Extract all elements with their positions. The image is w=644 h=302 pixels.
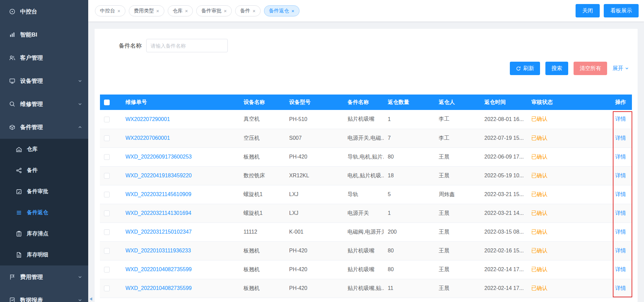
sidebar-item-console[interactable]: 中控台 [0, 0, 88, 23]
nav-label: 客户管理 [20, 54, 43, 62]
refresh-icon [516, 66, 521, 71]
scroll-left-arrow-icon[interactable] [90, 297, 92, 301]
row-checkbox[interactable] [104, 229, 110, 235]
sidebar-item-stock-detail[interactable]: 库存明细 [0, 244, 88, 265]
tab-close-icon[interactable]: × [117, 8, 120, 13]
order-number-link[interactable]: WXD_20220104082735599 [125, 266, 192, 272]
topbar-actions: 关闭 看板展示 [576, 4, 639, 17]
return-time-cell: 2022-05-19 10... [480, 166, 527, 185]
clear-all-button[interactable]: 清空所有 [574, 62, 607, 75]
sidebar-item-expenses[interactable]: 费用管理 [0, 265, 88, 289]
tab-chip[interactable]: 中控台 × [95, 5, 125, 16]
return-person-cell: 王晨 [435, 147, 480, 166]
tab-chip[interactable]: 仓库 × [168, 5, 193, 16]
expand-toggle[interactable]: 展开 [612, 65, 629, 72]
part-name-cell: 贴片机吸嘴 [343, 260, 384, 279]
order-number-link[interactable]: WXD_20220321141301694 [125, 210, 191, 216]
return-qty-cell: 18 [384, 166, 435, 185]
order-number-link[interactable]: WXD_20220321145610909 [125, 191, 191, 197]
sidebar-item-repairs[interactable]: 维修管理 [0, 93, 88, 116]
return-person-cell: 李工 [435, 110, 480, 129]
detail-link[interactable]: 详情 [615, 116, 626, 122]
tab-close-icon[interactable]: × [185, 8, 188, 13]
part-name-input[interactable] [146, 39, 228, 52]
select-all-checkbox[interactable] [104, 100, 110, 105]
order-number-link[interactable]: WXD_20220103111936233 [125, 248, 191, 253]
sidebar-item-bi[interactable]: 智能BI [0, 23, 88, 46]
sidebar-item-parts-return[interactable]: 备件返仓 [0, 202, 88, 223]
sidebar-item-stock-count[interactable]: 库存清点 [0, 223, 88, 244]
main-area: 中控台 × 费用类型 × 仓库 × 备件审批 × 备件 × 备件返仓 × 关闭 … [88, 0, 644, 302]
nav-label: 设备管理 [20, 77, 43, 85]
row-checkbox[interactable] [104, 173, 110, 179]
row-checkbox[interactable] [104, 267, 110, 273]
box-icon [9, 124, 15, 131]
detail-link[interactable]: 详情 [615, 154, 626, 160]
sidebar-item-spares[interactable]: 备件管理 [0, 116, 88, 139]
board-display-button[interactable]: 看板展示 [604, 4, 639, 17]
order-number-link[interactable]: WXD_20220419183459220 [125, 173, 192, 178]
detail-link[interactable]: 详情 [615, 210, 626, 216]
search-button[interactable]: 搜索 [545, 62, 568, 75]
return-qty-cell: 7 [384, 129, 435, 147]
detail-link[interactable]: 详情 [615, 229, 626, 235]
tab-chip[interactable]: 备件 × [235, 5, 261, 16]
table-row: WXD_20220104082735599 板翘机 PH-420 贴片机吸嘴 8… [100, 260, 632, 279]
tab-chip[interactable]: 备件审批 × [196, 5, 232, 16]
sidebar-item-parts[interactable]: 备件 [0, 160, 88, 181]
chevron-down-icon [78, 102, 82, 106]
sidebar-item-customers[interactable]: 客户管理 [0, 46, 88, 69]
tab-close-icon[interactable]: × [253, 8, 256, 13]
row-checkbox[interactable] [104, 192, 110, 197]
column-header: 维修单号 [121, 95, 239, 110]
sidebar-item-devices[interactable]: 设备管理 [0, 69, 88, 93]
device-name-cell: 板翘机 [239, 260, 285, 279]
topbar: 中控台 × 费用类型 × 仓库 × 备件审批 × 备件 × 备件返仓 × 关闭 … [88, 0, 644, 21]
row-checkbox[interactable] [104, 248, 110, 254]
sidebar-item-warehouse[interactable]: 仓库 [0, 139, 88, 160]
nav-label: 备件 [27, 167, 38, 174]
device-model-cell: S007 [285, 129, 343, 147]
chevron-down-icon [78, 275, 82, 279]
order-number-link[interactable]: WX202207060001 [125, 135, 170, 141]
sidebar-item-parts-approval[interactable]: 备件审批 [0, 181, 88, 202]
return-time-cell: 2022-03-15 08... [480, 223, 527, 241]
row-checkbox[interactable] [104, 135, 110, 141]
row-checkbox[interactable] [104, 117, 110, 122]
detail-link[interactable]: 详情 [615, 285, 626, 291]
table-body: WX202207290001 真空机 PH-510 贴片机吸嘴 1 李工 202… [100, 110, 632, 298]
sidebar-item-reports[interactable]: 数据报表 [0, 289, 88, 302]
table-row: WXD_20220321141301694 螺旋机1 LXJ 电源开关 1 王晨… [100, 204, 632, 223]
tab-chip[interactable]: 备件返仓 × [264, 5, 300, 16]
order-number-link[interactable]: WXD_20220609173600253 [125, 154, 192, 160]
status-badge: 已确认 [531, 248, 547, 253]
row-checkbox[interactable] [104, 154, 110, 160]
tab-close-icon[interactable]: × [291, 8, 294, 13]
device-model-cell: PH-420 [285, 147, 343, 166]
order-number-link[interactable]: WX202207290001 [125, 116, 170, 122]
detail-link[interactable]: 详情 [615, 248, 626, 253]
spares-submenu: 仓库 备件 备件审批 备件返仓 [0, 139, 88, 265]
tab-close-icon[interactable]: × [224, 8, 227, 13]
tab-close-icon[interactable]: × [156, 8, 159, 13]
row-checkbox[interactable] [104, 286, 110, 291]
column-header: 设备型号 [285, 95, 343, 110]
order-number-link[interactable]: WXD_20220312150102347 [125, 229, 192, 235]
return-qty-cell: 80 [384, 147, 435, 166]
nav-label: 备件审批 [27, 188, 48, 195]
tab-chip[interactable]: 费用类型 × [129, 5, 164, 16]
row-checkbox[interactable] [104, 210, 110, 216]
part-name-cell: 导轨,电机,贴片... [343, 147, 384, 166]
return-time-cell: 2022-03-21 14... [480, 204, 527, 223]
detail-link[interactable]: 详情 [615, 173, 626, 178]
detail-link[interactable]: 详情 [615, 266, 626, 272]
status-badge: 已确认 [531, 173, 547, 178]
part-name-cell: 电磁阀,电源开关 [343, 223, 384, 241]
refresh-button[interactable]: 刷新 [510, 62, 540, 75]
detail-link[interactable]: 详情 [615, 191, 626, 197]
close-button[interactable]: 关闭 [576, 4, 600, 17]
order-number-link[interactable]: WXD_20220104082735599 [125, 285, 192, 291]
status-badge: 已确认 [531, 266, 547, 272]
status-badge: 已确认 [531, 116, 547, 122]
detail-link[interactable]: 详情 [615, 135, 626, 141]
